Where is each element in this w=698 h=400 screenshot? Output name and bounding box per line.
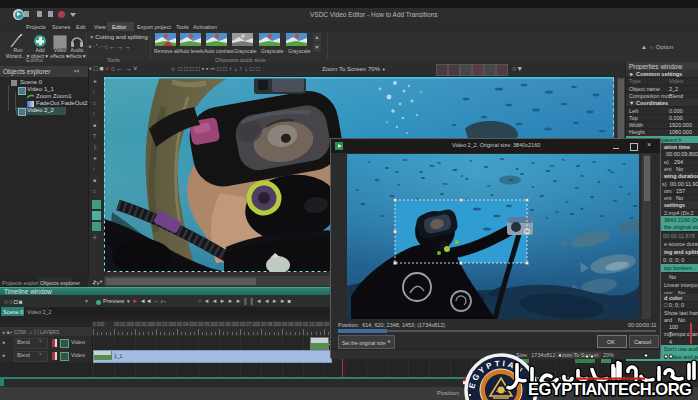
svg-text:EGYPTIANTECH.ORG: EGYPTIANTECH.ORG [528,380,691,398]
